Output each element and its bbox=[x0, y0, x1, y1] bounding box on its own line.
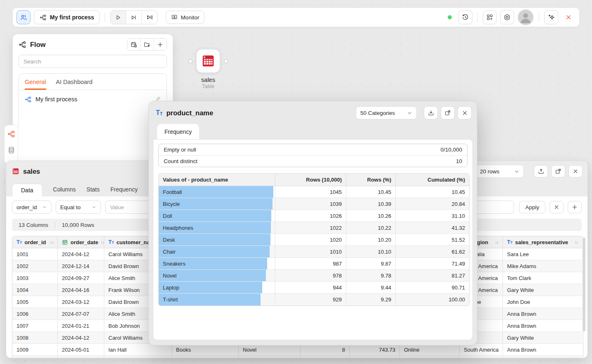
frequency-row[interactable]: Laptop 944 9.44 90.71 bbox=[159, 282, 469, 294]
tab-columns[interactable]: Columns bbox=[53, 186, 76, 196]
freq-header-values[interactable]: Values of - product_name bbox=[159, 174, 275, 186]
history-icon bbox=[462, 14, 469, 21]
close-app-button[interactable] bbox=[561, 10, 576, 24]
expand-button[interactable] bbox=[551, 165, 565, 177]
clear-filter-button[interactable] bbox=[550, 201, 564, 213]
cell: Anna Brown bbox=[503, 320, 582, 332]
frequency-row[interactable]: Bicycle 1039 10.39 20.84 bbox=[159, 198, 469, 210]
play-pause-icon bbox=[146, 14, 153, 21]
tab-ai-dashboard[interactable]: AI Dashboard bbox=[56, 74, 93, 90]
freq-header-cumulated[interactable]: Cumulated (%) bbox=[396, 174, 469, 186]
frequency-row[interactable]: Chair 1010 10.10 61.62 bbox=[159, 246, 469, 258]
frequency-row[interactable]: Desk 1020 10.20 51.52 bbox=[159, 234, 469, 246]
flow-list-item[interactable]: My first process ✎ bbox=[19, 90, 167, 108]
table-row[interactable] bbox=[12, 356, 583, 358]
process-button[interactable]: My first process bbox=[34, 10, 100, 24]
pct-cell: 10.39 bbox=[346, 198, 396, 210]
run-to-end-button[interactable] bbox=[126, 11, 141, 24]
apply-filter-button[interactable]: Apply bbox=[519, 201, 545, 213]
add-filter-button[interactable] bbox=[568, 201, 582, 213]
column-stats: Empty or null 0/10,000 Count distinct 10 bbox=[158, 144, 467, 167]
tab-frequency[interactable]: Frequency bbox=[157, 124, 199, 139]
rows-cell: 1026 bbox=[275, 210, 346, 222]
cell: John Doe bbox=[503, 296, 582, 308]
rows-cell: 1010 bbox=[275, 246, 346, 258]
frequency-row[interactable]: T-shirt 929 9.29 100.00 bbox=[159, 294, 469, 306]
run-step-button[interactable] bbox=[141, 11, 157, 24]
frequency-row[interactable]: Sneakers 987 9.87 71.49 bbox=[159, 258, 469, 270]
value-cell: Football bbox=[159, 186, 275, 198]
sort-icon[interactable]: ↑↓ bbox=[101, 240, 104, 245]
history-button[interactable] bbox=[458, 10, 472, 24]
tab-stats[interactable]: Stats bbox=[87, 186, 100, 196]
cell: 2024-04-12 bbox=[58, 248, 104, 260]
node-input-port[interactable] bbox=[188, 59, 193, 63]
flow-search-input[interactable] bbox=[19, 55, 167, 68]
frequency-row[interactable]: Doll 1026 10.26 31.10 bbox=[159, 210, 469, 222]
close-icon bbox=[565, 14, 572, 21]
users-button[interactable] bbox=[16, 10, 31, 24]
schedule-button[interactable] bbox=[127, 39, 140, 50]
monitor-button[interactable]: Monitor bbox=[166, 11, 204, 24]
cumulated-cell: 51.52 bbox=[396, 234, 469, 246]
tab-general[interactable]: General bbox=[25, 74, 46, 90]
frequency-content: Empty or null 0/10,000 Count distinct 10… bbox=[153, 139, 473, 340]
categories-select[interactable]: 50 Categories bbox=[356, 106, 417, 119]
value-cell: Chair bbox=[159, 246, 275, 258]
play-icon bbox=[115, 14, 122, 21]
column-header-sales-representative[interactable]: TTsales_representative↑↓ bbox=[503, 236, 582, 248]
vertical-scrollbar[interactable] bbox=[583, 238, 585, 331]
new-folder-button[interactable] bbox=[140, 39, 153, 50]
close-panel-button[interactable] bbox=[569, 165, 583, 177]
avatar[interactable] bbox=[517, 9, 534, 26]
expand-icon bbox=[444, 110, 451, 116]
table-row[interactable]: 1009 2024-05-01 Ian Hall Books Novel 8 7… bbox=[12, 344, 583, 356]
expand-button[interactable] bbox=[441, 106, 455, 119]
table-icon bbox=[12, 168, 19, 175]
export-button[interactable] bbox=[534, 165, 548, 177]
canvas-node-sales[interactable]: sales Table bbox=[190, 49, 226, 89]
workflow-icon[interactable] bbox=[7, 130, 15, 138]
value-label: Bicycle bbox=[159, 201, 180, 207]
run-button[interactable] bbox=[110, 11, 126, 24]
cell: 2024-12-14 bbox=[58, 260, 104, 272]
close-modal-button[interactable] bbox=[458, 106, 472, 119]
sort-icon[interactable]: ↑↓ bbox=[575, 240, 578, 245]
column-header-order-id[interactable]: TTorder_id↑↓ bbox=[12, 236, 58, 248]
frequency-row[interactable]: Novel 978 9.78 81.27 bbox=[159, 270, 469, 282]
cell: 1004 bbox=[12, 284, 58, 296]
rows-cell: 1022 bbox=[275, 222, 346, 234]
sort-icon[interactable]: ↑↓ bbox=[495, 240, 498, 245]
apps-button[interactable] bbox=[483, 10, 497, 24]
freq-header-pct[interactable]: Rows (%) bbox=[346, 174, 396, 186]
filter-column-select[interactable]: order_id bbox=[12, 201, 52, 214]
stat-label: Count distinct bbox=[164, 158, 197, 164]
monitor-label: Monitor bbox=[181, 14, 199, 21]
cell bbox=[58, 356, 104, 358]
sort-icon[interactable]: ↑↓ bbox=[50, 240, 53, 245]
frequency-row[interactable]: Headphones 1022 10.22 41.32 bbox=[159, 222, 469, 234]
column-header-order-date[interactable]: order_date↑↓ bbox=[58, 236, 104, 248]
node-output-port[interactable] bbox=[224, 59, 228, 63]
plus-icon bbox=[157, 41, 164, 48]
gear-icon bbox=[503, 14, 511, 21]
calendar-clock-icon bbox=[130, 41, 137, 48]
ai-assistant-button[interactable] bbox=[544, 10, 558, 24]
cell: 2024-03-12 bbox=[58, 296, 104, 308]
cumulated-cell: 90.71 bbox=[396, 282, 469, 294]
tab-frequency[interactable]: Frequency bbox=[110, 186, 138, 196]
rows-cell: 1039 bbox=[275, 198, 346, 210]
frequency-row[interactable]: Football 1045 10.45 10.45 bbox=[159, 186, 469, 198]
filter-operator-select[interactable]: Equal to bbox=[56, 201, 101, 214]
tab-data[interactable]: Data bbox=[12, 184, 42, 196]
cell: Anna Brown bbox=[503, 308, 582, 320]
flow-actions bbox=[127, 38, 167, 51]
download-button[interactable] bbox=[424, 106, 438, 119]
settings-button[interactable] bbox=[500, 10, 514, 24]
database-icon[interactable] bbox=[7, 146, 15, 154]
freq-header-rows[interactable]: Rows (10,000) bbox=[275, 174, 346, 186]
add-flow-button[interactable] bbox=[153, 39, 167, 50]
rows-per-page-select[interactable]: 20 rows bbox=[475, 165, 524, 178]
cell: 1002 bbox=[12, 260, 58, 272]
sparkle-icon bbox=[547, 14, 555, 21]
